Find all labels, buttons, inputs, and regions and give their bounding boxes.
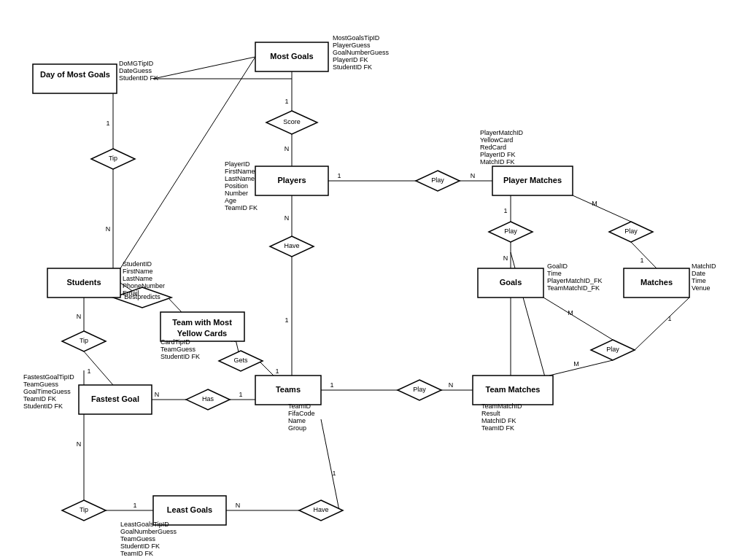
- svg-line-60: [321, 419, 339, 510]
- svg-text:1: 1: [640, 257, 643, 264]
- svg-text:GoalNumberGuess: GoalNumberGuess: [120, 528, 177, 535]
- svg-text:DateGuess: DateGuess: [119, 67, 152, 74]
- svg-text:LeastGoalsTipID: LeastGoalsTipID: [120, 521, 169, 528]
- svg-text:LastName: LastName: [225, 175, 255, 182]
- score-label: Score: [283, 118, 301, 125]
- svg-text:Time: Time: [547, 270, 562, 277]
- gets-label: Gets: [233, 357, 248, 364]
- player-matches-label: Player Matches: [503, 176, 562, 184]
- matches-label: Matches: [640, 278, 673, 287]
- svg-line-52: [549, 360, 613, 376]
- svg-text:1: 1: [285, 98, 288, 105]
- svg-text:StudentID FK: StudentID FK: [119, 74, 158, 82]
- svg-text:Date: Date: [692, 270, 705, 277]
- svg-text:StudentID FK: StudentID FK: [120, 542, 160, 550]
- svg-text:TeamMatchID: TeamMatchID: [481, 402, 522, 410]
- svg-text:TeamID: TeamID: [288, 402, 311, 410]
- players-label: Players: [277, 176, 306, 184]
- svg-text:RedCard: RedCard: [480, 144, 506, 151]
- svg-text:M: M: [573, 360, 579, 368]
- svg-text:1: 1: [239, 391, 242, 398]
- goals-label: Goals: [500, 278, 522, 287]
- tip-students-label: Tip: [80, 337, 88, 344]
- svg-text:TeamGuess: TeamGuess: [120, 535, 156, 542]
- svg-text:TeamID FK: TeamID FK: [120, 550, 153, 557]
- play-teams-label: Play: [413, 386, 426, 393]
- svg-text:Number: Number: [225, 190, 248, 197]
- has-teams-label: Has: [202, 395, 214, 402]
- svg-text:MatchID FK: MatchID FK: [481, 417, 516, 424]
- svg-text:MatchID: MatchID: [692, 262, 716, 270]
- svg-line-18: [573, 195, 631, 222]
- svg-text:N: N: [285, 145, 290, 152]
- svg-text:PhoneNumber: PhoneNumber: [123, 282, 165, 289]
- svg-text:StudentID: StudentID: [123, 260, 152, 268]
- svg-text:TeamID FK: TeamID FK: [481, 424, 514, 432]
- most-goals-attrs: MostGoalsTipID: [333, 34, 380, 42]
- svg-text:Email: Email: [123, 289, 139, 297]
- play-matches-pm-label: Play: [624, 228, 638, 235]
- svg-text:FastestGoalTipID: FastestGoalTipID: [23, 373, 74, 381]
- svg-text:PlayerID FK: PlayerID FK: [480, 151, 516, 158]
- svg-text:1: 1: [133, 502, 136, 509]
- svg-text:DoMGTipID: DoMGTipID: [119, 60, 154, 67]
- svg-text:PlayerMatchID_FK: PlayerMatchID_FK: [547, 277, 603, 284]
- have-teams-label: Have: [284, 242, 299, 249]
- svg-text:N: N: [155, 391, 160, 398]
- svg-text:TeamID FK: TeamID FK: [23, 395, 56, 402]
- svg-text:StudentID FK: StudentID FK: [160, 353, 200, 360]
- have-least-label: Have: [313, 506, 328, 513]
- svg-text:1: 1: [87, 368, 90, 375]
- svg-text:Result: Result: [481, 410, 500, 417]
- svg-line-20: [631, 242, 657, 268]
- team-matches-label: Team Matches: [486, 385, 541, 394]
- svg-text:LastName: LastName: [123, 275, 152, 282]
- svg-text:M: M: [568, 309, 573, 316]
- svg-text:1: 1: [503, 207, 507, 214]
- svg-text:N: N: [77, 313, 82, 320]
- svg-text:GoalNumberGuess: GoalNumberGuess: [333, 49, 390, 56]
- day-of-most-goals-label: Day of Most Goals: [40, 70, 110, 79]
- team-most-yellow-label: Team with Most: [172, 318, 232, 327]
- least-goals-label: Least Goals: [167, 505, 212, 514]
- svg-line-62: [153, 57, 255, 79]
- svg-text:Age: Age: [225, 197, 236, 204]
- svg-text:N: N: [285, 214, 290, 222]
- svg-text:YellowCard: YellowCard: [480, 136, 513, 144]
- play-tm-label: Play: [606, 346, 619, 353]
- svg-text:Group: Group: [288, 424, 306, 432]
- svg-text:N: N: [236, 502, 241, 509]
- svg-text:TeamGuess: TeamGuess: [23, 381, 59, 388]
- svg-text:FifaCode: FifaCode: [288, 410, 315, 417]
- svg-text:GoalID: GoalID: [547, 262, 568, 270]
- svg-text:TeamMatchID_FK: TeamMatchID_FK: [547, 284, 600, 292]
- most-goals-label: Most Goals: [270, 52, 313, 61]
- svg-text:1: 1: [275, 368, 279, 375]
- svg-text:Yellow Cards: Yellow Cards: [177, 329, 227, 338]
- svg-text:N: N: [503, 254, 508, 262]
- svg-text:FirstName: FirstName: [123, 268, 153, 275]
- day-of-most-goals-entity: [33, 64, 117, 93]
- svg-text:TeamID FK: TeamID FK: [225, 204, 258, 211]
- tip-domg-label: Tip: [109, 155, 117, 162]
- svg-text:Venue: Venue: [692, 284, 711, 292]
- svg-text:StudentID FK: StudentID FK: [23, 402, 63, 410]
- play-pm-label: Play: [431, 176, 444, 184]
- svg-text:1: 1: [285, 316, 288, 324]
- svg-text:GoalTimeGuess: GoalTimeGuess: [23, 388, 71, 395]
- svg-text:M: M: [592, 200, 597, 207]
- svg-text:N: N: [106, 225, 111, 233]
- svg-text:PlayerGuess: PlayerGuess: [333, 42, 371, 49]
- fastest-goal-label: Fastest Goal: [91, 394, 139, 403]
- svg-line-24: [635, 298, 689, 350]
- svg-text:N: N: [77, 440, 82, 448]
- svg-text:TeamGuess: TeamGuess: [160, 346, 196, 353]
- svg-text:MatchID FK: MatchID FK: [480, 158, 515, 166]
- svg-text:1: 1: [667, 315, 671, 322]
- teams-label: Teams: [276, 385, 301, 394]
- svg-line-22: [543, 298, 613, 340]
- svg-text:PlayerID FK: PlayerID FK: [333, 56, 368, 63]
- svg-text:Position: Position: [225, 182, 248, 190]
- svg-text:1: 1: [332, 470, 336, 477]
- svg-text:N: N: [449, 381, 454, 389]
